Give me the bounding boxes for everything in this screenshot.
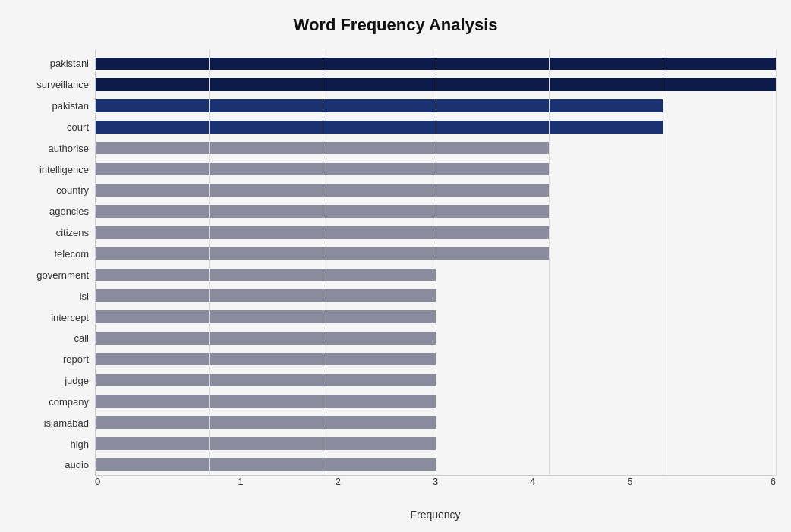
bar-citizens <box>96 226 549 239</box>
y-axis-labels: pakistanisurveillancepakistancourtauthor… <box>15 50 95 476</box>
bar-government <box>96 269 436 282</box>
y-label: islamabad <box>15 412 95 433</box>
bar-islamabad <box>96 416 436 429</box>
y-label: judge <box>15 370 95 392</box>
bottom-section: 0123456 Frequency <box>15 476 776 521</box>
bar-court <box>96 121 663 134</box>
bar-row <box>96 327 776 348</box>
bar-pakistan <box>96 99 663 112</box>
bar-intelligence <box>96 163 549 176</box>
y-label: audio <box>15 455 95 476</box>
bar-row <box>96 264 776 285</box>
x-tick-3: 3 <box>386 476 484 487</box>
bar-row <box>96 74 776 96</box>
bar-row <box>96 307 776 328</box>
bar-audio <box>96 458 436 471</box>
x-tick-5: 5 <box>581 476 679 487</box>
bar-row <box>96 348 776 370</box>
y-label: intercept <box>15 307 95 328</box>
y-label: government <box>15 264 95 285</box>
y-label: pakistani <box>15 53 95 74</box>
bar-row <box>96 180 776 201</box>
bar-judge <box>96 374 436 387</box>
x-tick-6: 6 <box>679 476 776 487</box>
y-label: court <box>15 117 95 138</box>
bar-intercept <box>96 310 436 323</box>
bar-row <box>96 222 776 243</box>
y-label: authorise <box>15 137 95 159</box>
bar-row <box>96 370 776 391</box>
bar-telecom <box>96 247 549 260</box>
bar-row <box>96 433 776 454</box>
bar-row <box>96 96 776 117</box>
y-label: citizens <box>15 222 95 244</box>
x-axis-label: Frequency <box>95 508 776 521</box>
bars-wrapper <box>96 50 776 475</box>
bar-isi <box>96 289 436 302</box>
x-ticks-row: 0123456 <box>95 476 776 487</box>
y-label: agencies <box>15 201 95 222</box>
bar-row <box>96 243 776 264</box>
bar-row <box>96 391 776 412</box>
y-label: company <box>15 392 95 413</box>
y-label: pakistan <box>15 96 95 117</box>
y-label: high <box>15 433 95 455</box>
bar-row <box>96 201 776 222</box>
bar-row <box>96 116 776 137</box>
bar-row <box>96 285 776 307</box>
bar-country <box>96 184 549 197</box>
x-tick-0: 0 <box>95 476 192 487</box>
bar-row <box>96 53 776 74</box>
bar-call <box>96 332 436 345</box>
y-label: report <box>15 349 95 370</box>
bar-row <box>96 412 776 433</box>
chart-title: Word Frequency Analysis <box>15 15 776 35</box>
y-label: isi <box>15 285 95 307</box>
y-label: surveillance <box>15 74 95 96</box>
plot-area <box>95 50 776 476</box>
bar-high <box>96 437 436 450</box>
bar-row <box>96 137 776 159</box>
bar-report <box>96 353 436 366</box>
x-tick-1: 1 <box>192 476 289 487</box>
x-tick-2: 2 <box>289 476 386 487</box>
bar-pakistani <box>96 58 776 71</box>
bar-surveillance <box>96 78 776 91</box>
bar-row <box>96 454 776 475</box>
y-label: country <box>15 180 95 201</box>
bar-agencies <box>96 205 549 218</box>
bar-row <box>96 159 776 180</box>
grid-line <box>776 50 777 475</box>
x-tick-4: 4 <box>484 476 581 487</box>
chart-area: pakistanisurveillancepakistancourtauthor… <box>15 50 776 476</box>
y-label: call <box>15 328 95 349</box>
y-label: intelligence <box>15 159 95 180</box>
chart-container: Word Frequency Analysis pakistanisurveil… <box>0 0 791 532</box>
y-label: telecom <box>15 244 95 265</box>
bar-authorise <box>96 142 549 155</box>
bar-company <box>96 395 436 408</box>
